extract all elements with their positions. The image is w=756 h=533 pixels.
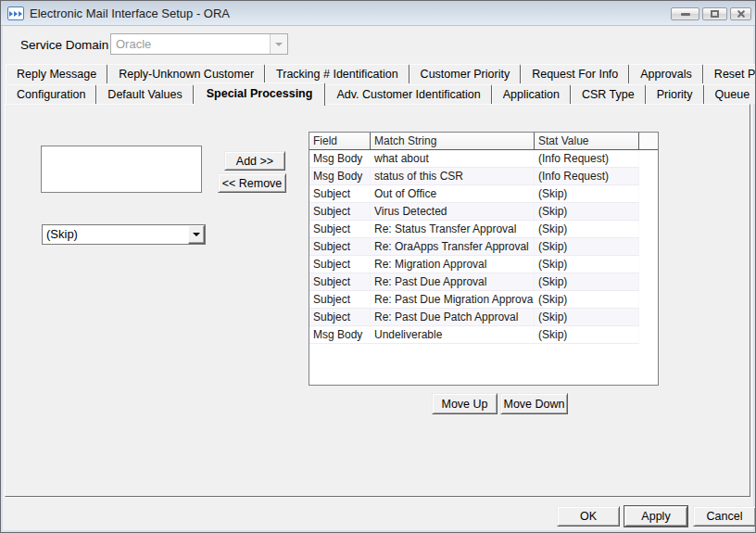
cell-match-string: Re: Migration Approval <box>371 256 535 273</box>
apply-button[interactable]: Apply <box>624 506 687 527</box>
maximize-button[interactable] <box>702 7 727 20</box>
list-header: FieldMatch StringStat Value <box>309 133 658 150</box>
table-row[interactable]: Msg BodyUndeliverable(Skip) <box>309 326 639 344</box>
column-header-match-string[interactable]: Match String <box>371 133 535 149</box>
cell-stat-value: (Skip) <box>535 326 639 343</box>
cell-field: Subject <box>309 203 371 220</box>
cell-match-string: what about <box>371 150 535 167</box>
cell-match-string: status of this CSR <box>371 168 535 184</box>
cell-field: Subject <box>309 221 371 237</box>
list-body: Msg Bodywhat about(Info Request)Msg Body… <box>309 150 639 344</box>
table-row[interactable]: SubjectRe: Past Due Migration Approval(S… <box>309 291 639 309</box>
close-icon <box>737 9 746 19</box>
service-domain-dropdown-button <box>270 34 287 54</box>
cell-match-string: Re: Past Due Approval <box>371 273 535 290</box>
cell-stat-value: (Skip) <box>535 238 639 255</box>
tab-default-values[interactable]: Default Values <box>96 84 193 104</box>
cell-field: Subject <box>309 291 371 308</box>
table-row[interactable]: SubjectOut of Office(Skip) <box>309 185 639 203</box>
cell-match-string: Virus Detected <box>371 203 535 220</box>
tab-row-1: Reply MessageReply-Unknown CustomerTrack… <box>6 64 756 83</box>
cell-field: Subject <box>309 273 371 290</box>
match-string-input[interactable] <box>41 146 202 193</box>
cell-stat-value: (Skip) <box>535 221 639 237</box>
tab-request-for-info[interactable]: Request For Info <box>521 64 629 83</box>
add-button[interactable]: Add >> <box>224 151 285 171</box>
move-down-button[interactable]: Move Down <box>500 393 568 414</box>
cell-field: Subject <box>309 256 371 273</box>
cell-field: Msg Body <box>309 150 371 167</box>
table-row[interactable]: SubjectRe: Past Due Approval(Skip) <box>309 273 639 291</box>
cell-match-string: Re: Past Due Migration Approval <box>371 291 535 308</box>
cell-field: Subject <box>309 238 371 255</box>
cell-stat-value: (Skip) <box>535 203 639 220</box>
titlebar[interactable]: Electronic Mail Interface Setup - ORA <box>1 1 755 26</box>
cell-match-string: Re: Status Transfer Approval <box>371 221 535 237</box>
cell-field: Msg Body <box>309 168 371 184</box>
tab-reply-message[interactable]: Reply Message <box>6 64 107 83</box>
tab-special-processing[interactable]: Special Processing <box>194 82 326 106</box>
tab-reply-unknown-customer[interactable]: Reply-Unknown Customer <box>107 64 265 83</box>
match-string-list[interactable]: FieldMatch StringStat Value Msg Bodywhat… <box>309 132 659 386</box>
minimize-button[interactable] <box>671 7 699 20</box>
window-title: Electronic Mail Interface Setup - ORA <box>30 1 230 26</box>
service-domain-dropdown: Oracle <box>110 33 288 55</box>
tab-queue[interactable]: Queue <box>704 84 756 104</box>
tab-csr-type[interactable]: CSR Type <box>571 84 646 104</box>
tab-reset-password[interactable]: Reset Password <box>703 64 756 83</box>
tab-configuration[interactable]: Configuration <box>6 84 96 104</box>
cell-stat-value: (Skip) <box>535 273 639 290</box>
column-header-stat-value[interactable]: Stat Value <box>535 133 639 149</box>
cell-stat-value: (Skip) <box>535 309 639 325</box>
table-row[interactable]: Msg Bodywhat about(Info Request) <box>309 150 639 168</box>
table-row[interactable]: SubjectRe: OraApps Transfer Approval(Ski… <box>309 238 639 256</box>
table-row[interactable]: SubjectRe: Past Due Patch Approval(Skip) <box>309 309 639 326</box>
tab-priority[interactable]: Priority <box>646 84 704 104</box>
cell-stat-value: (Skip) <box>535 185 639 202</box>
minimize-icon <box>681 13 690 16</box>
cell-field: Subject <box>309 309 371 325</box>
cell-field: Subject <box>309 185 371 202</box>
table-row[interactable]: SubjectVirus Detected(Skip) <box>309 203 639 221</box>
maximize-icon <box>711 10 719 18</box>
cell-stat-value: (Info Request) <box>535 168 639 184</box>
cell-stat-value: (Skip) <box>535 256 639 273</box>
service-domain-label: Service Domain <box>20 38 108 52</box>
special-processing-dropdown-button[interactable] <box>188 225 205 244</box>
service-domain-value: Oracle <box>111 34 270 54</box>
cell-field: Msg Body <box>309 326 371 343</box>
close-button[interactable] <box>730 7 751 20</box>
tab-application[interactable]: Application <box>492 84 571 104</box>
cell-match-string: Re: OraApps Transfer Approval <box>371 238 535 255</box>
column-header-field[interactable]: Field <box>309 133 371 149</box>
special-processing-dropdown[interactable]: (Skip) <box>42 224 206 245</box>
tab-row-2: ConfigurationDefault ValuesSpecial Proce… <box>6 84 756 106</box>
cancel-button[interactable]: Cancel <box>693 506 756 527</box>
special-processing-value: (Skip) <box>43 225 188 244</box>
cell-match-string: Re: Past Due Patch Approval <box>371 309 535 325</box>
chevron-down-icon <box>275 43 283 46</box>
ok-button[interactable]: OK <box>557 506 620 527</box>
tab-tracking-identification[interactable]: Tracking # Identification <box>265 64 410 83</box>
cell-match-string: Undeliverable <box>371 326 535 343</box>
tab-adv-customer-identification[interactable]: Adv. Customer Identification <box>325 84 491 104</box>
tab-approvals[interactable]: Approvals <box>629 64 703 83</box>
table-row[interactable]: Msg Bodystatus of this CSR(Info Request) <box>309 168 639 185</box>
move-up-button[interactable]: Move Up <box>432 393 498 414</box>
column-header-filler <box>639 133 658 149</box>
table-row[interactable]: SubjectRe: Status Transfer Approval(Skip… <box>309 221 639 238</box>
triple-arrow-icon <box>7 6 24 20</box>
chevron-down-icon <box>193 233 200 236</box>
cell-match-string: Out of Office <box>371 185 535 202</box>
table-row[interactable]: SubjectRe: Migration Approval(Skip) <box>309 256 639 273</box>
cell-stat-value: (Info Request) <box>535 150 639 167</box>
remove-button[interactable]: << Remove <box>218 173 286 193</box>
cell-stat-value: (Skip) <box>535 291 639 308</box>
tab-customer-priority[interactable]: Customer Priority <box>410 64 522 83</box>
dialog-window: Electronic Mail Interface Setup - ORA Se… <box>0 0 756 533</box>
